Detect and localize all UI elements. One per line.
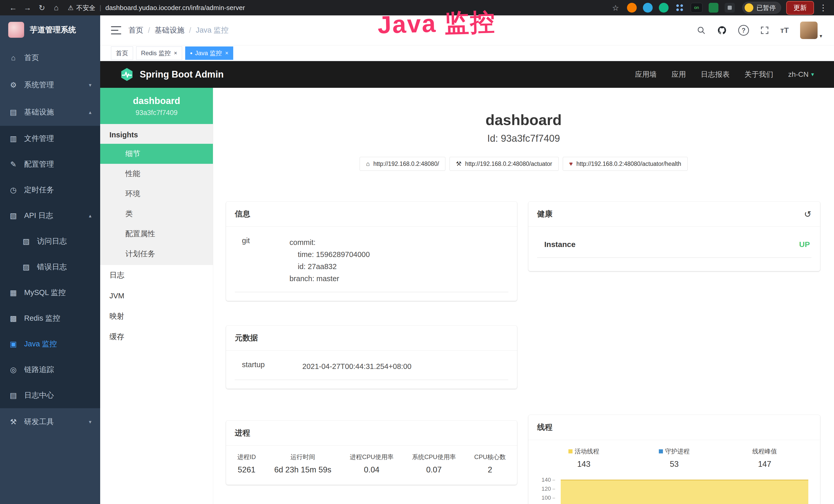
sidebar-item-access-log[interactable]: ▨ 访问日志 [0, 229, 100, 254]
reload-icon[interactable]: ↻ [36, 3, 48, 12]
sidebar-item-label: 文件管理 [24, 134, 54, 144]
sba-nav-about[interactable]: 关于我们 [745, 70, 773, 79]
back-icon[interactable]: ← [7, 3, 20, 12]
fullscreen-icon[interactable] [760, 26, 769, 35]
extension-icon-blue[interactable] [643, 3, 653, 13]
health-url-link[interactable]: ♥ http://192.168.0.2:48080/actuator/heal… [563, 157, 687, 171]
menu-group-jvm[interactable]: JVM [100, 285, 213, 306]
legend-swatch-daemon [659, 449, 663, 453]
extension-icon-green[interactable] [659, 3, 668, 13]
instance-sidebar: dashboard 93a3fc7f7409 Insights 细节 性能 环境… [100, 88, 213, 504]
browser-home-icon[interactable]: ⌂ [50, 3, 63, 12]
menu-group-mappings[interactable]: 映射 [100, 306, 213, 327]
menu-group-caches[interactable]: 缓存 [100, 327, 213, 347]
legend-live-threads: 活动线程 143 [539, 447, 629, 469]
sidebar-item-label: MySQL 监控 [24, 288, 66, 298]
menu-item-classes[interactable]: 类 [100, 204, 213, 224]
live-threads-area [561, 480, 808, 504]
sidebar-item-label: 链路追踪 [24, 365, 54, 375]
app-logo-row[interactable]: 芋道管理系统 [0, 16, 100, 44]
info-card: 信息 git commit: time: 1596289704000 id: 2… [226, 202, 517, 301]
sba-brand[interactable]: Spring Boot Admin [120, 67, 224, 82]
app-title: 芋道管理系统 [30, 25, 76, 35]
close-icon[interactable]: × [225, 50, 228, 56]
font-size-icon[interactable]: тT [780, 26, 789, 35]
tab-label: 首页 [116, 49, 128, 57]
breadcrumb-home[interactable]: 首页 [128, 25, 143, 36]
user-menu[interactable]: ▾ [800, 22, 822, 39]
threads-legend: 活动线程 143 守护进程 [539, 447, 810, 469]
redis-icon: ▩ [9, 314, 18, 323]
sidebar-item-redis[interactable]: ▩ Redis 监控 [0, 305, 100, 331]
tab-redis-monitor[interactable]: Redis 监控 × [136, 46, 182, 60]
sidebar-item-devtools[interactable]: ⚒ 研发工具 ▾ [0, 408, 100, 435]
sidebar-item-config[interactable]: ✎ 配置管理 [0, 152, 100, 177]
legend-value: 147 [720, 460, 810, 469]
tab-label: Java 监控 [195, 49, 222, 57]
history-icon[interactable]: ↺ [804, 209, 812, 219]
locale-select[interactable]: zh-CN ▾ [788, 70, 814, 78]
update-button[interactable]: 更新 [786, 1, 814, 15]
sba-nav-wall[interactable]: 应用墙 [635, 70, 657, 79]
sidebar-item-files[interactable]: ▥ 文件管理 [0, 126, 100, 152]
sidebar-item-label: 日志中心 [24, 390, 54, 400]
search-icon[interactable] [697, 26, 706, 35]
instance-header[interactable]: dashboard 93a3fc7f7409 [100, 88, 213, 124]
breadcrumb-current: Java 监控 [196, 25, 228, 36]
avatar [800, 22, 817, 39]
sidebar-item-infra[interactable]: ▤ 基础设施 ▴ [0, 98, 100, 126]
sidebar-item-system[interactable]: ⚙ 系统管理 ▾ [0, 71, 100, 98]
service-url-link[interactable]: ⌂ http://192.168.0.2:48080/ [359, 157, 445, 171]
github-icon[interactable] [717, 25, 727, 35]
security-warning-label: 不安全 [76, 4, 95, 12]
sidebar-item-trace[interactable]: ◎ 链路追踪 [0, 357, 100, 383]
extension-icon-on[interactable]: on [691, 3, 702, 13]
actuator-url-link[interactable]: ⚒ http://192.168.0.2:48080/actuator [449, 157, 558, 171]
bookmark-star-icon[interactable]: ☆ [612, 3, 619, 12]
log-center-icon: ▤ [9, 391, 18, 400]
sidebar-item-jobs[interactable]: ◷ 定时任务 [0, 177, 100, 203]
sidebar-item-api-log[interactable]: ▧ API 日志 ▴ [0, 203, 100, 229]
paused-badge[interactable]: 已暂停 [742, 2, 781, 14]
process-card: 进程 进程ID 5261 运行时间 6d 23h 15m [226, 420, 517, 485]
close-icon[interactable]: × [174, 50, 177, 56]
file-icon: ▥ [9, 134, 18, 143]
sidebar-item-home[interactable]: ⌂ 首页 [0, 44, 100, 71]
legend-value: 53 [629, 460, 720, 469]
forward-icon[interactable]: → [21, 3, 34, 12]
menu-item-details[interactable]: 细节 [100, 144, 213, 164]
menu-item-configprops[interactable]: 配置属性 [100, 224, 213, 244]
threads-card: 线程 活动线程 1 [528, 415, 820, 504]
sidebar-nav: ⌂ 首页 ⚙ 系统管理 ▾ ▤ 基础设施 ▴ ▥ 文件管理 [0, 44, 100, 504]
extensions-puzzle-icon[interactable] [725, 3, 735, 13]
screen: ← → ↻ ⌂ ⚠ 不安全 | dashboard.yudao.iocoder.… [0, 0, 834, 504]
paused-label: 已暂停 [756, 4, 776, 12]
extension-icon-grid[interactable] [675, 3, 684, 13]
menu-item-environment[interactable]: 环境 [100, 184, 213, 204]
help-icon[interactable]: ? [738, 25, 749, 36]
extension-icon-orange[interactable] [627, 3, 637, 13]
sidebar-item-java-monitor[interactable]: ▣ Java 监控 [0, 331, 100, 357]
home-icon: ⌂ [366, 160, 370, 167]
sidebar-item-log-center[interactable]: ▤ 日志中心 [0, 383, 100, 408]
sidebar-item-error-log[interactable]: ▨ 错误日志 [0, 254, 100, 280]
tab-home[interactable]: 首页 [111, 46, 133, 60]
sba-nav-applications[interactable]: 应用 [672, 70, 686, 79]
breadcrumb-separator: / [148, 26, 150, 35]
card-title: 健康 [537, 209, 552, 219]
tab-java-monitor[interactable]: • Java 监控 × [185, 46, 233, 60]
breadcrumb-infra[interactable]: 基础设施 [155, 25, 184, 36]
menu-group-logging[interactable]: 日志 [100, 265, 213, 285]
sidebar-item-mysql[interactable]: ▦ MySQL 监控 [0, 280, 100, 305]
security-warning[interactable]: ⚠ 不安全 [68, 4, 95, 12]
menu-item-scheduled-tasks[interactable]: 计划任务 [100, 244, 213, 264]
menu-item-metrics[interactable]: 性能 [100, 164, 213, 184]
address-url[interactable]: dashboard.yudao.iocoder.cn/infra/admin-s… [105, 4, 245, 12]
metric-value: 6d 23h 15m 59s [274, 465, 331, 475]
sidebar-collapse-icon[interactable] [111, 26, 121, 35]
process-metrics: 进程ID 5261 运行时间 6d 23h 15m 59s 进程CPU使用率 [226, 446, 517, 485]
service-url: http://192.168.0.2:48080/ [373, 160, 439, 167]
sba-nav-journal[interactable]: 日志报表 [701, 70, 730, 79]
extension-icon-leaf[interactable] [709, 3, 719, 13]
browser-menu-icon[interactable]: ⋮ [819, 3, 827, 13]
